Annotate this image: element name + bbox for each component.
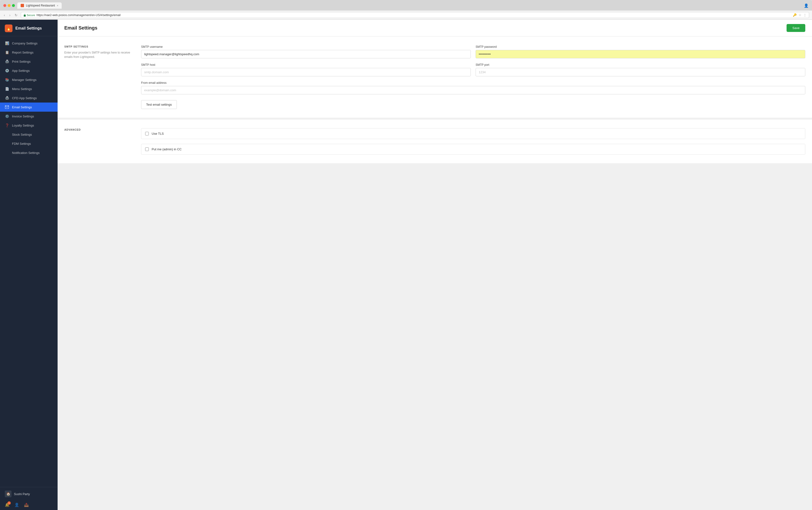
menu-icon[interactable]: ⋮ <box>803 13 807 17</box>
page-title: Email Settings <box>64 25 97 31</box>
manager-icon: 📚 <box>5 78 9 82</box>
use-tls-checkbox[interactable] <box>145 132 149 135</box>
maximize-button[interactable] <box>12 4 15 7</box>
smtp-username-label: SMTP username <box>141 45 471 49</box>
smtp-section-label: SMTP SETTINGS <box>64 45 131 48</box>
notification-icon <box>5 150 9 155</box>
sidebar-nav: 📊 Company Settings 📋 Report Settings 🖨️ … <box>0 36 58 487</box>
sidebar-item-label: Loyalty Settings <box>12 124 34 127</box>
smtp-row-2: SMTP host SMTP port <box>141 63 805 76</box>
sidebar-item-label: Invoice Settings <box>12 115 34 118</box>
smtp-fields: SMTP username SMTP password SMTP ho <box>141 45 805 109</box>
advanced-section-label: ADVANCED <box>64 128 131 131</box>
restaurant-icon: 🏠 <box>5 490 11 497</box>
back-button[interactable]: ‹ <box>3 13 6 18</box>
smtp-host-group: SMTP host <box>141 63 471 76</box>
forward-button[interactable]: › <box>8 13 11 18</box>
sidebar-item-email[interactable]: Email Settings <box>0 103 58 112</box>
stock-icon <box>5 132 9 137</box>
fdm-icon <box>5 141 9 146</box>
close-button[interactable] <box>3 4 6 7</box>
admin-cc-item[interactable]: Put me (admin) in CC <box>141 144 805 154</box>
smtp-section-sidebar: SMTP SETTINGS Enter your provider's SMTP… <box>64 45 131 109</box>
share-button[interactable]: 📤 <box>24 503 29 507</box>
window-controls[interactable] <box>3 4 15 7</box>
key-icon: 🔑 <box>793 13 796 17</box>
email-icon <box>5 105 9 109</box>
smtp-port-input[interactable] <box>476 68 805 76</box>
tab-favicon <box>21 4 24 7</box>
smtp-host-input[interactable] <box>141 68 471 76</box>
sidebar-item-label: CFD App Settings <box>12 96 37 100</box>
sidebar-item-label: Manager Settings <box>12 78 36 82</box>
sidebar-item-company[interactable]: 📊 Company Settings <box>0 39 58 48</box>
from-email-group: From email address <box>141 81 805 94</box>
sidebar-item-print[interactable]: 🖨️ Print Settings <box>0 57 58 66</box>
notification-badge: 1 <box>7 501 11 505</box>
sidebar-footer: 🏠 Sushi Party 🔔 1 👤 📤 <box>0 487 58 510</box>
sidebar-header: 🔥 Email Settings <box>0 20 58 36</box>
save-button[interactable]: Save <box>787 24 805 32</box>
footer-actions: 🔔 1 👤 📤 <box>5 500 53 507</box>
sidebar-item-stock[interactable]: Stock Settings <box>0 130 58 139</box>
url-text: https://nae2-web.posios.com/management/e… <box>36 13 120 17</box>
sidebar-item-label: App Settings <box>12 69 30 73</box>
sidebar-item-label: Notification Settings <box>12 151 39 154</box>
secure-badge: Secure <box>24 14 35 17</box>
address-icons: 🔑 ☆ ⋮ <box>793 13 807 17</box>
restaurant-row: 🏠 Sushi Party <box>5 490 53 497</box>
sidebar-item-loyalty[interactable]: ❓ Loyalty Settings <box>0 121 58 130</box>
sidebar-item-label: Company Settings <box>12 41 37 45</box>
smtp-username-group: SMTP username <box>141 45 471 58</box>
sidebar-item-menu[interactable]: 📄 Menu Settings <box>0 84 58 93</box>
print-icon: 🖨️ <box>5 59 9 64</box>
sidebar-item-report[interactable]: 📋 Report Settings <box>0 48 58 57</box>
smtp-password-group: SMTP password <box>476 45 805 58</box>
smtp-port-label: SMTP port <box>476 63 805 66</box>
tab-close-icon[interactable]: × <box>57 4 58 7</box>
sidebar-item-label: Menu Settings <box>12 87 32 91</box>
invoice-icon: ⚙️ <box>5 114 9 118</box>
sidebar-title: Email Settings <box>16 26 42 30</box>
sidebar-item-cfd[interactable]: 🖨️ CFD App Settings <box>0 93 58 103</box>
smtp-row-3: From email address <box>141 81 805 94</box>
user-button[interactable]: 👤 <box>14 503 19 507</box>
advanced-settings-section: ADVANCED Use TLS Put me (admin) in CC <box>58 120 812 163</box>
sidebar-item-app[interactable]: 💿 App Settings <box>0 66 58 75</box>
sidebar-item-invoice[interactable]: ⚙️ Invoice Settings <box>0 112 58 121</box>
address-bar: ‹ › ↻ Secure https://nae2-web.posios.com… <box>0 10 812 20</box>
star-icon[interactable]: ☆ <box>799 13 802 17</box>
from-email-input[interactable] <box>141 86 805 94</box>
restaurant-name: Sushi Party <box>14 492 30 496</box>
account-icon[interactable]: 👤 <box>804 3 809 8</box>
admin-cc-label: Put me (admin) in CC <box>152 147 182 151</box>
app-logo: 🔥 <box>5 25 12 32</box>
company-icon: 📊 <box>5 41 9 46</box>
refresh-button[interactable]: ↻ <box>14 13 19 18</box>
tab-title: Lightspeed Restaurant <box>26 4 55 7</box>
browser-tab[interactable]: Lightspeed Restaurant × <box>17 2 62 9</box>
address-box[interactable]: Secure https://nae2-web.posios.com/manag… <box>21 12 809 18</box>
sidebar-item-manager[interactable]: 📚 Manager Settings <box>0 75 58 84</box>
app-container: 🔥 Email Settings 📊 Company Settings 📋 Re… <box>0 20 812 510</box>
sidebar-item-fdm[interactable]: FDM Settings <box>0 139 58 148</box>
browser-titlebar: Lightspeed Restaurant × 👤 <box>0 0 812 10</box>
smtp-username-input[interactable] <box>141 50 471 58</box>
test-email-button[interactable]: Test email settings <box>141 100 177 109</box>
admin-cc-checkbox[interactable] <box>145 147 149 151</box>
from-email-label: From email address <box>141 81 805 85</box>
advanced-section-sidebar: ADVANCED <box>64 128 131 154</box>
sidebar-item-label: FDM Settings <box>12 142 31 145</box>
smtp-row-1: SMTP username SMTP password <box>141 45 805 58</box>
page-header: Email Settings Save <box>58 20 812 36</box>
sidebar-item-label: Stock Settings <box>12 133 32 136</box>
app-settings-icon: 💿 <box>5 68 9 73</box>
smtp-section-desc: Enter your provider's SMTP settings here… <box>64 50 131 59</box>
smtp-password-input[interactable] <box>476 50 805 58</box>
sidebar-item-notification[interactable]: Notification Settings <box>0 148 58 157</box>
content-sections: SMTP SETTINGS Enter your provider's SMTP… <box>58 36 812 165</box>
svg-rect-0 <box>24 15 26 17</box>
notifications-button[interactable]: 🔔 1 <box>5 503 9 507</box>
use-tls-item[interactable]: Use TLS <box>141 128 805 139</box>
minimize-button[interactable] <box>8 4 10 7</box>
